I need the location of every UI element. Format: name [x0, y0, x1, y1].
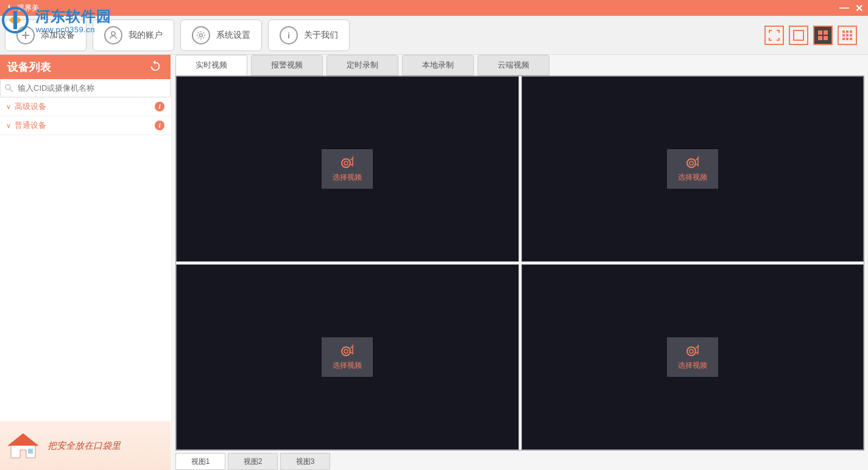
device-group-label: 普通设备 — [15, 120, 46, 131]
svg-rect-6 — [794, 30, 803, 40]
svg-point-25 — [344, 161, 348, 165]
svg-rect-8 — [824, 30, 828, 35]
svg-point-31 — [344, 349, 348, 353]
system-settings-button[interactable]: 系统设置 — [180, 19, 262, 51]
select-video-button[interactable]: + 选择视频 — [667, 149, 718, 189]
svg-point-2 — [111, 32, 115, 35]
close-button[interactable]: ✕ — [855, 2, 863, 14]
svg-point-30 — [342, 347, 350, 356]
house-icon — [5, 430, 41, 461]
add-device-label: 添加设备 — [41, 30, 75, 41]
app-title: 视界美 — [17, 3, 39, 13]
device-group-advanced[interactable]: ∨ 高级设备 i — [0, 97, 171, 116]
svg-marker-22 — [8, 433, 38, 446]
camera-icon: + — [685, 155, 700, 169]
tab-realtime-video[interactable]: 实时视频 — [175, 55, 247, 75]
video-cell[interactable]: + 选择视频 — [176, 76, 519, 262]
tab-scheduled-record[interactable]: 定时录制 — [326, 55, 398, 75]
system-settings-label: 系统设置 — [216, 30, 250, 41]
layout-fullscreen-button[interactable] — [764, 26, 784, 45]
gear-icon — [192, 26, 210, 44]
search-input[interactable] — [16, 82, 166, 94]
about-us-label: 关于我们 — [304, 30, 338, 41]
svg-rect-12 — [846, 30, 849, 33]
info-badge-icon[interactable]: i — [155, 121, 164, 130]
layout-switcher — [764, 26, 857, 45]
user-icon — [104, 26, 122, 44]
select-video-button[interactable]: + 选择视频 — [322, 149, 373, 189]
device-group-label: 高级设备 — [15, 101, 46, 112]
search-box — [0, 79, 171, 97]
svg-point-4 — [288, 32, 289, 33]
app-icon — [5, 4, 13, 12]
toolbar: 添加设备 我的账户 系统设置 关于我们 — [0, 16, 868, 55]
svg-rect-16 — [850, 34, 852, 37]
svg-point-3 — [200, 33, 203, 37]
device-group-normal[interactable]: ∨ 普通设备 i — [0, 116, 171, 135]
tab-local-record[interactable]: 本地录制 — [402, 55, 474, 75]
svg-point-20 — [5, 85, 10, 89]
camera-icon: + — [339, 343, 355, 357]
layout-grid9-button[interactable] — [838, 26, 857, 45]
main: 设备列表 ∨ 高级设备 i ∨ 普通设备 i 把安全放在口袋里 — [0, 55, 868, 470]
view-tabs: 视图1 视图2 视图3 — [175, 453, 864, 470]
info-badge-icon[interactable]: i — [155, 102, 164, 111]
svg-rect-14 — [842, 34, 845, 37]
chevron-down-icon: ∨ — [6, 122, 11, 130]
svg-point-33 — [687, 347, 696, 356]
svg-point-27 — [687, 159, 696, 167]
chevron-down-icon: ∨ — [6, 103, 11, 111]
view-tab-2[interactable]: 视图2 — [228, 453, 278, 470]
svg-rect-13 — [850, 30, 852, 33]
svg-rect-10 — [824, 36, 828, 40]
add-device-button[interactable]: 添加设备 — [5, 19, 86, 51]
svg-text:+: + — [351, 343, 355, 348]
select-video-label: 选择视频 — [678, 360, 707, 371]
tab-label: 本地录制 — [422, 60, 454, 71]
my-account-button[interactable]: 我的账户 — [93, 19, 174, 51]
refresh-button[interactable] — [149, 60, 163, 74]
about-us-button[interactable]: 关于我们 — [268, 19, 350, 51]
content: 实时视频 报警视频 定时录制 本地录制 云端视频 + 选择视频 + 选择视频 — [171, 55, 868, 470]
video-cell[interactable]: + 选择视频 — [521, 76, 864, 262]
svg-rect-19 — [850, 38, 852, 40]
svg-rect-11 — [842, 30, 845, 33]
svg-point-24 — [342, 159, 350, 167]
tab-alarm-video[interactable]: 报警视频 — [251, 55, 323, 75]
my-account-label: 我的账户 — [129, 30, 163, 41]
view-tab-label: 视图1 — [191, 457, 210, 467]
svg-point-28 — [690, 161, 693, 165]
window-controls: — ✕ — [839, 0, 863, 16]
svg-rect-7 — [818, 30, 822, 35]
svg-rect-9 — [818, 36, 822, 40]
slogan-text: 把安全放在口袋里 — [48, 440, 121, 452]
sidebar-header: 设备列表 — [0, 55, 171, 79]
svg-rect-18 — [846, 38, 849, 40]
select-video-label: 选择视频 — [333, 172, 362, 183]
svg-rect-23 — [28, 449, 33, 454]
plus-icon — [16, 26, 35, 44]
tab-label: 实时视频 — [196, 60, 227, 71]
svg-text:+: + — [697, 343, 700, 348]
select-video-label: 选择视频 — [333, 360, 362, 371]
select-video-label: 选择视频 — [678, 172, 707, 183]
video-cell[interactable]: + 选择视频 — [176, 264, 519, 450]
layout-single-button[interactable] — [789, 26, 808, 45]
sidebar: 设备列表 ∨ 高级设备 i ∨ 普通设备 i 把安全放在口袋里 — [0, 55, 171, 470]
video-cell[interactable]: + 选择视频 — [521, 264, 864, 450]
tab-cloud-video[interactable]: 云端视频 — [478, 55, 549, 75]
info-icon — [280, 26, 298, 44]
view-tab-3[interactable]: 视图3 — [280, 453, 330, 470]
sidebar-footer: 把安全放在口袋里 — [0, 421, 171, 470]
camera-icon: + — [339, 155, 355, 169]
select-video-button[interactable]: + 选择视频 — [667, 337, 718, 377]
tab-label: 云端视频 — [498, 60, 529, 71]
layout-grid4-button[interactable] — [813, 26, 833, 45]
content-tabs: 实时视频 报警视频 定时录制 本地录制 云端视频 — [175, 55, 864, 75]
minimize-button[interactable]: — — [839, 2, 849, 13]
video-grid: + 选择视频 + 选择视频 + 选择视频 + 选择视频 — [175, 75, 864, 451]
svg-rect-5 — [288, 34, 289, 38]
view-tab-1[interactable]: 视图1 — [175, 453, 225, 470]
sidebar-title: 设备列表 — [7, 60, 51, 74]
select-video-button[interactable]: + 选择视频 — [322, 337, 373, 377]
